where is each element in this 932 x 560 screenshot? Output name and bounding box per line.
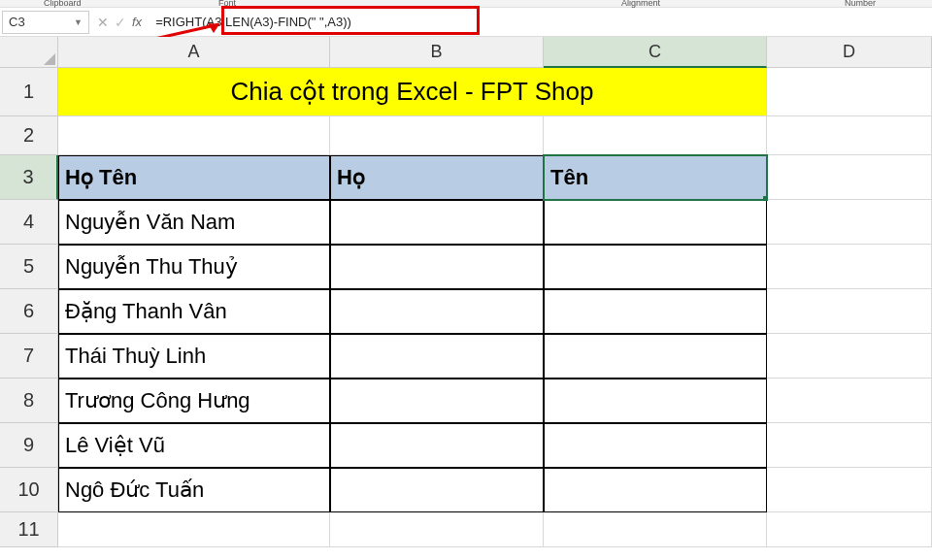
cell-B5[interactable] (330, 245, 544, 289)
cell-C8[interactable] (544, 379, 767, 423)
cell-B2[interactable] (330, 116, 544, 155)
cell-D5[interactable] (767, 245, 932, 289)
cell-A5[interactable]: Nguyễn Thu Thuỷ (58, 245, 330, 289)
column-header-D[interactable]: D (767, 37, 932, 68)
select-all-corner[interactable] (0, 37, 58, 68)
formula-tools: ✕ ✓ fx (89, 15, 150, 30)
cell-A9[interactable]: Lê Việt Vũ (58, 423, 330, 468)
ribbon-group-clipboard: Clipboard (44, 0, 82, 8)
header-cell-C[interactable]: Tên (544, 155, 767, 200)
cell-B6[interactable] (330, 289, 544, 334)
cell-C7[interactable] (544, 334, 767, 379)
fx-icon[interactable]: fx (132, 15, 142, 29)
cell-C6[interactable] (544, 289, 767, 334)
row-header-3[interactable]: 3 (0, 155, 58, 200)
ribbon-strip: Clipboard Font Alignment Number (0, 0, 932, 8)
cell-D4[interactable] (767, 200, 932, 245)
row-header-5[interactable]: 5 (0, 245, 58, 289)
cell-D11[interactable] (767, 512, 932, 547)
cell-C5[interactable] (544, 245, 767, 289)
header-cell-A[interactable]: Họ Tên (58, 155, 330, 200)
cell-C11[interactable] (544, 512, 767, 547)
ribbon-group-font: Font (218, 0, 236, 8)
ribbon-group-number: Number (845, 0, 876, 8)
row-header-4[interactable]: 4 (0, 200, 58, 245)
row-header-11[interactable]: 11 (0, 512, 58, 547)
formula-text: =RIGHT(A3,LEN(A3)-FIND(" ",A3)) (155, 15, 351, 29)
name-box-value: C3 (9, 15, 25, 29)
cell-A2[interactable] (58, 116, 330, 155)
cells-area: Chia cột trong Excel - FPT ShopHọ TênHọT… (58, 68, 932, 547)
formula-bar: C3 ▼ ✕ ✓ fx =RIGHT(A3,LEN(A3)-FIND(" ",A… (0, 8, 932, 37)
row-header-2[interactable]: 2 (0, 116, 58, 155)
cell-A11[interactable] (58, 512, 330, 547)
cell-B7[interactable] (330, 334, 544, 379)
row-header-7[interactable]: 7 (0, 334, 58, 379)
title-cell[interactable]: Chia cột trong Excel - FPT Shop (58, 68, 767, 116)
cell-B10[interactable] (330, 468, 544, 512)
row-header-8[interactable]: 8 (0, 379, 58, 423)
cell-C4[interactable] (544, 200, 767, 245)
cell-A4[interactable]: Nguyễn Văn Nam (58, 200, 330, 245)
cell-A8[interactable]: Trương Công Hưng (58, 379, 330, 423)
row-header-10[interactable]: 10 (0, 468, 58, 512)
row-headers: 1234567891011 (0, 68, 58, 547)
svg-marker-2 (44, 53, 55, 65)
ribbon-group-alignment: Alignment (621, 0, 660, 8)
cell-B9[interactable] (330, 423, 544, 468)
header-cell-B[interactable]: Họ (330, 155, 544, 200)
column-headers: ABCD (58, 37, 932, 68)
cell-D10[interactable] (767, 468, 932, 512)
cell-A10[interactable]: Ngô Đức Tuấn (58, 468, 330, 512)
row-header-1[interactable]: 1 (0, 68, 58, 116)
row-header-9[interactable]: 9 (0, 423, 58, 468)
column-header-B[interactable]: B (330, 37, 544, 68)
cell-D8[interactable] (767, 379, 932, 423)
column-header-C[interactable]: C (544, 37, 767, 68)
formula-input[interactable]: =RIGHT(A3,LEN(A3)-FIND(" ",A3)) (150, 11, 421, 34)
row-header-6[interactable]: 6 (0, 289, 58, 334)
cell-C9[interactable] (544, 423, 767, 468)
cell-D3[interactable] (767, 155, 932, 200)
cell-A7[interactable]: Thái Thuỳ Linh (58, 334, 330, 379)
cell-C10[interactable] (544, 468, 767, 512)
cell-B4[interactable] (330, 200, 544, 245)
cell-D9[interactable] (767, 423, 932, 468)
enter-icon[interactable]: ✓ (115, 15, 126, 30)
cell-D6[interactable] (767, 289, 932, 334)
cell-D2[interactable] (767, 116, 932, 155)
cell-D1[interactable] (767, 68, 932, 116)
column-header-A[interactable]: A (58, 37, 330, 68)
cell-C2[interactable] (544, 116, 767, 155)
cancel-icon[interactable]: ✕ (97, 15, 109, 30)
cell-B11[interactable] (330, 512, 544, 547)
name-box-dropdown-icon[interactable]: ▼ (74, 17, 83, 27)
cell-B8[interactable] (330, 379, 544, 423)
cell-D7[interactable] (767, 334, 932, 379)
cell-A6[interactable]: Đặng Thanh Vân (58, 289, 330, 334)
name-box[interactable]: C3 ▼ (2, 11, 89, 34)
